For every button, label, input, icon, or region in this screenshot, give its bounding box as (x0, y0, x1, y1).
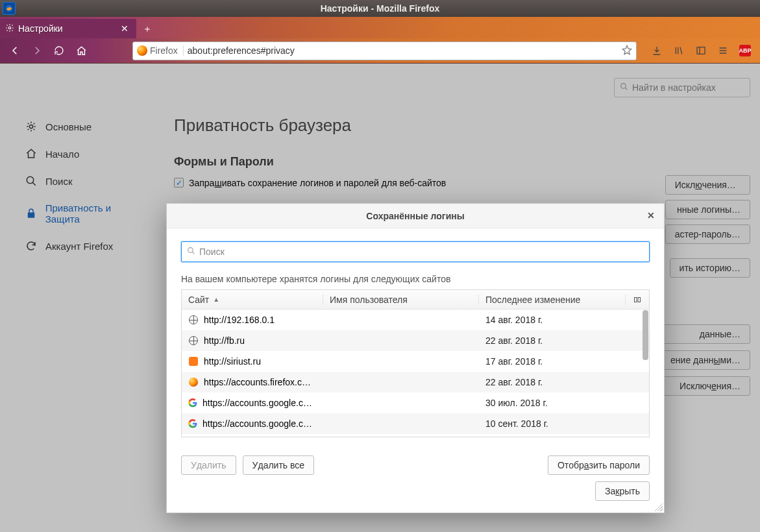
tab-title: Настройки (18, 23, 63, 34)
cell-date: 17 авг. 2018 г. (479, 356, 649, 367)
url-text: about:preferences#privacy (188, 45, 618, 56)
dialog-subheading: На вашем компьютере хранятся логины для … (181, 274, 650, 284)
back-button[interactable] (5, 41, 25, 60)
cell-site: https://accounts.google.c… (182, 398, 323, 408)
cell-site: http://siriust.ru (182, 356, 323, 367)
table-scrollbar[interactable] (643, 310, 648, 360)
home-button[interactable] (71, 41, 91, 60)
cell-date: 22 авг. 2018 г. (479, 377, 649, 387)
svg-rect-2 (697, 47, 705, 54)
table-row[interactable]: https://accounts.firefox.c…22 авг. 2018 … (182, 372, 649, 393)
globe-icon (188, 335, 199, 346)
column-site[interactable]: Сайт▲ (182, 295, 323, 305)
logins-search-input[interactable]: Поиск (181, 241, 650, 262)
delete-all-logins-button[interactable]: Удалить все (243, 455, 315, 475)
dialog-title: Сохранённые логины (366, 211, 464, 221)
cell-date: 22 авг. 2018 г. (479, 335, 649, 346)
library-button[interactable] (669, 41, 689, 60)
window-title: Настройки - Mozilla Firefox (321, 3, 440, 14)
firefox-icon (188, 377, 199, 387)
table-row[interactable]: https://accounts.google.c…30 июл. 2018 г… (182, 393, 649, 413)
cell-site: http://fb.ru (182, 335, 323, 346)
search-icon (187, 247, 195, 257)
site-identity[interactable]: Firefox (137, 45, 184, 56)
column-picker-button[interactable] (626, 296, 649, 304)
nav-toolbar: Firefox about:preferences#privacy ABP (0, 38, 760, 64)
bookmark-star-icon[interactable] (622, 45, 632, 57)
site-favicon (188, 356, 199, 367)
forward-button[interactable] (27, 41, 47, 60)
cell-date: 14 авг. 2018 г. (479, 315, 649, 325)
dialog-close-footer-button[interactable]: Закрыть (595, 481, 650, 501)
svg-point-1 (8, 27, 11, 29)
new-tab-button[interactable]: ＋ (136, 20, 158, 38)
tab-close-button[interactable]: ✕ (118, 23, 131, 34)
abp-icon: ABP (739, 45, 751, 56)
google-icon (188, 419, 197, 428)
cell-site: http://192.168.0.1 (182, 315, 323, 325)
firefox-icon (137, 45, 147, 56)
sort-asc-icon: ▲ (213, 296, 219, 303)
menu-button[interactable] (713, 41, 733, 60)
column-date[interactable]: Последнее изменение (479, 295, 626, 305)
reload-button[interactable] (49, 41, 69, 60)
url-bar[interactable]: Firefox about:preferences#privacy (132, 42, 637, 60)
svg-rect-7 (635, 297, 637, 302)
svg-rect-8 (638, 297, 641, 302)
dialog-close-button[interactable]: ✕ (642, 206, 660, 224)
dialog-resize-handle[interactable] (654, 502, 663, 511)
os-titlebar: Настройки - Mozilla Firefox (0, 0, 760, 17)
identity-label: Firefox (150, 45, 178, 56)
table-row[interactable]: http://fb.ru22 авг. 2018 г. (182, 330, 649, 351)
firefox-appicon (3, 2, 16, 15)
cell-date: 10 сент. 2018 г. (479, 418, 649, 429)
search-placeholder: Поиск (199, 247, 225, 257)
sidebar-button[interactable] (691, 41, 711, 60)
show-passwords-button[interactable]: Отобразить пароли (548, 455, 650, 475)
column-user[interactable]: Имя пользователя (323, 295, 479, 305)
saved-logins-dialog: Сохранённые логины ✕ Поиск На вашем комп… (166, 203, 665, 513)
cell-date: 30 июл. 2018 г. (479, 398, 649, 408)
table-header: Сайт▲ Имя пользователя Последнее изменен… (182, 290, 649, 309)
tabstrip: Настройки ✕ ＋ (0, 17, 760, 38)
tab-preferences[interactable]: Настройки ✕ (0, 19, 136, 38)
delete-login-button[interactable]: Удалить (181, 455, 236, 475)
gear-icon (5, 23, 14, 34)
downloads-button[interactable] (647, 41, 667, 60)
cell-site: https://accounts.firefox.c… (182, 377, 323, 387)
table-row[interactable]: http://siriust.ru17 авг. 2018 г. (182, 351, 649, 372)
cell-site: https://accounts.google.c… (182, 418, 323, 429)
dialog-header: Сохранённые логины ✕ (167, 204, 664, 228)
globe-icon (188, 315, 199, 325)
abp-button[interactable]: ABP (735, 41, 755, 60)
google-icon (188, 398, 197, 407)
svg-point-6 (188, 248, 193, 253)
table-row[interactable]: http://192.168.0.114 авг. 2018 г. (182, 309, 649, 330)
table-row[interactable]: https://accounts.google.c…10 сент. 2018 … (182, 413, 649, 434)
logins-table: Сайт▲ Имя пользователя Последнее изменен… (181, 289, 650, 437)
